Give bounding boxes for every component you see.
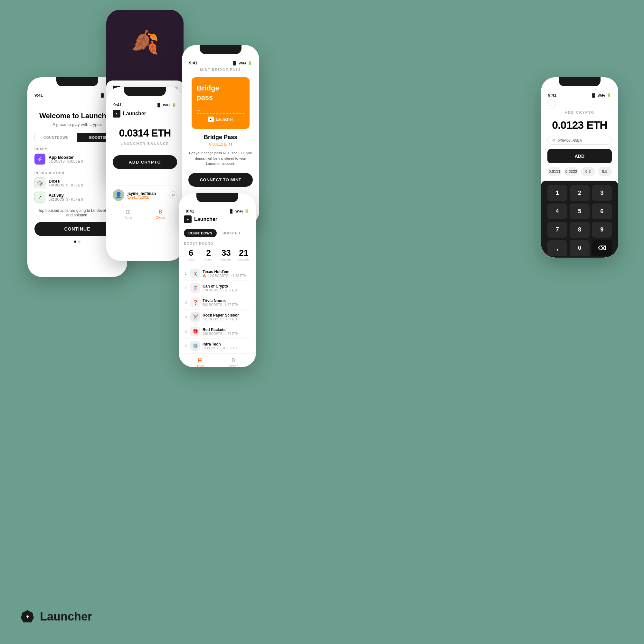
connect-to-mint-button[interactable]: CONNECT TO MINT bbox=[188, 173, 253, 187]
status-bar-6: 9:41 ▐▌WiFi🔋 bbox=[541, 89, 618, 98]
count-seconds: 21 seconds bbox=[237, 249, 251, 261]
phone-notch-3 bbox=[124, 87, 166, 96]
nav-crypto-3[interactable]: ₿ Crypto bbox=[156, 208, 165, 220]
key-6[interactable]: 6 bbox=[592, 204, 612, 219]
key-0[interactable]: 0 bbox=[570, 240, 589, 256]
launcher-name-5: Launcher bbox=[194, 216, 217, 222]
seconds-label: seconds bbox=[237, 258, 251, 261]
brand-logo: ✦ Launcher bbox=[19, 609, 92, 625]
countdown-grid: 6 days 2 hours 33 minutes 21 seconds bbox=[184, 249, 251, 261]
ranked-icon-1: 🃏 bbox=[190, 269, 200, 278]
user-name: jayme_hoffman bbox=[128, 191, 156, 196]
ranked-item-2[interactable]: 2 🥤 Can of Crypto 778 BOOSTS · 8.63 ETH bbox=[184, 281, 251, 295]
key-comma[interactable]: , bbox=[547, 240, 567, 256]
mint-title: MINT BRIDGE PASS bbox=[188, 68, 253, 71]
numpad-row-4: , 0 ⌫ bbox=[547, 240, 612, 256]
nav-crypto-5[interactable]: ₿ Crypto bbox=[229, 357, 238, 367]
add-button[interactable]: ADD bbox=[547, 149, 612, 163]
phone-notch-5 bbox=[196, 193, 238, 202]
ranked-item-5[interactable]: 5 🎁 Red Packets 126 BOOSTS · 1.39 ETH bbox=[184, 324, 251, 339]
count-minutes: 33 minutes bbox=[219, 249, 233, 261]
tab-countdown-5[interactable]: COUNTDOWN bbox=[184, 229, 217, 237]
app-name-booster: App Booster bbox=[49, 155, 85, 160]
phone-notch-4 bbox=[200, 45, 241, 54]
phone-notch bbox=[56, 77, 98, 86]
numpad: 1 2 3 4 5 6 7 8 9 , bbox=[541, 181, 618, 258]
balance-label: LAUNCHER BALANCE bbox=[113, 142, 177, 146]
numpad-row-2: 4 5 6 bbox=[547, 204, 612, 219]
status-icons-6: ▐▌WiFi🔋 bbox=[591, 93, 611, 97]
status-time: 9:41 bbox=[34, 93, 43, 98]
deco-icon: 🍂 bbox=[131, 29, 159, 55]
key-5[interactable]: 5 bbox=[570, 204, 589, 219]
wallet-address-row: ⊞ 0X6A06...65BA bbox=[547, 136, 612, 145]
dot-1 bbox=[74, 241, 76, 243]
status-bar-4: 9:41 ▐▌WiFi🔋 bbox=[182, 57, 259, 65]
ranked-meta-5: 126 BOOSTS · 1.39 ETH bbox=[203, 332, 239, 336]
add-crypto-screen-title: ADD CRYPTO bbox=[541, 110, 618, 114]
balance-amount: 0.0314 ETH bbox=[113, 127, 177, 139]
preset-0222[interactable]: 0.0222 bbox=[564, 167, 578, 176]
ranked-name-1: Texas Hold'em bbox=[203, 270, 246, 274]
bridge-pass-dash: _ bbox=[197, 104, 200, 111]
add-crypto-button[interactable]: ADD CRYPTO bbox=[113, 155, 177, 169]
app-meta-dices: 778 BOOSTS · 8.63 ETH bbox=[49, 184, 85, 187]
key-1[interactable]: 1 bbox=[547, 185, 567, 201]
ranked-item-3[interactable]: 3 ❓ Trivia Nouns 592 BOOSTS · 6.57 ETH bbox=[184, 295, 251, 310]
app-meta-booster: 3 BOOSTS · 0.0333 ETH bbox=[49, 160, 85, 163]
wallet-address-text: 0X6A06...65BA bbox=[558, 138, 582, 142]
preset-row: 0.0111 0.0222 0.2 0.5 bbox=[547, 167, 612, 176]
ranked-item-6[interactable]: 6 ⚙️ Infra Tech 89 BOOSTS · 0.98 ETH bbox=[184, 339, 251, 353]
nav-apps-3[interactable]: ⊞ Apps bbox=[125, 208, 132, 220]
ranked-icon-2: 🥤 bbox=[190, 283, 200, 293]
preset-05[interactable]: 0.5 bbox=[598, 167, 612, 176]
phone-dark-top: 🍂 bbox=[106, 10, 184, 81]
crypto-icon-5: ₿ bbox=[229, 357, 238, 364]
ranked-icon-6: ⚙️ bbox=[190, 341, 200, 351]
status-time-5: 9:41 bbox=[186, 209, 194, 213]
bridge-pass-card: Bridgepass _ ✦ Launcher bbox=[192, 77, 250, 129]
rank-6: 6 bbox=[184, 344, 188, 348]
phone-countdown: 9:41 ▐▌WiFi🔋 ✦ Launcher COUNTDOWN BOOSTE… bbox=[179, 193, 256, 367]
ranked-icon-3: ❓ bbox=[190, 298, 200, 307]
key-7[interactable]: 7 bbox=[547, 222, 567, 238]
launcher-header-3: ✦ Launcher bbox=[113, 110, 177, 118]
status-time-6: 9:41 bbox=[548, 93, 556, 98]
key-2[interactable]: 2 bbox=[570, 185, 589, 201]
days-label: days bbox=[184, 258, 198, 261]
days-number: 6 bbox=[184, 249, 198, 257]
numpad-row-1: 1 2 3 bbox=[547, 185, 612, 201]
back-button[interactable]: ← bbox=[547, 100, 556, 109]
ranked-icon-5: 🎁 bbox=[190, 327, 200, 336]
preset-0011[interactable]: 0.0111 bbox=[547, 167, 562, 176]
countdown-tabs: COUNTDOWN BOOSTED bbox=[184, 229, 251, 237]
nav-apps-5[interactable]: ⊞ Apps bbox=[196, 357, 204, 367]
key-3[interactable]: 3 bbox=[592, 185, 612, 201]
bridge-eth: 0.00111 ETH bbox=[188, 142, 253, 147]
ranked-meta-4: 331 BOOSTS · 3.67 ETH bbox=[203, 317, 239, 321]
app-name-dices: Dices bbox=[49, 179, 85, 184]
key-4[interactable]: 4 bbox=[547, 204, 567, 219]
phone-add-crypto: 9:41 ▐▌WiFi🔋 ← ADD CRYPTO 0.0123 ETH ⊞ 0… bbox=[541, 77, 618, 258]
ranked-meta-3: 592 BOOSTS · 6.57 ETH bbox=[203, 303, 239, 307]
app-meta-activity: 592 BOOSTS · 6.57 ETH bbox=[49, 198, 85, 201]
key-backspace[interactable]: ⌫ bbox=[592, 240, 612, 256]
minutes-number: 33 bbox=[219, 249, 233, 257]
preset-02[interactable]: 0.2 bbox=[581, 167, 595, 176]
settings-icon[interactable]: ⚙ bbox=[169, 191, 177, 199]
ranked-item-4[interactable]: 4 ✂️ Rock Paper Scissor 331 BOOSTS · 3.6… bbox=[184, 310, 251, 324]
tab-countdown[interactable]: COUNTDOWN bbox=[35, 133, 77, 142]
bridge-pass-logo: ✦ Launcher bbox=[197, 117, 244, 122]
svg-text:✦: ✦ bbox=[25, 614, 30, 620]
status-time-4: 9:41 bbox=[189, 61, 197, 65]
ranked-item-1[interactable]: 1 🃏 Texas Hold'em 🔥 1.2K BOOSTS · 13.32 … bbox=[184, 266, 251, 281]
key-8[interactable]: 8 bbox=[570, 222, 589, 238]
ranked-meta-6: 89 BOOSTS · 0.98 ETH bbox=[203, 346, 237, 350]
key-9[interactable]: 9 bbox=[592, 222, 612, 238]
bottom-nav-3: ⊞ Apps ₿ Crypto bbox=[113, 205, 177, 223]
phone-notch-6 bbox=[559, 77, 601, 86]
status-time-3: 9:41 bbox=[113, 102, 122, 107]
bottom-nav-5: ⊞ Apps ₿ Crypto bbox=[184, 353, 251, 367]
tab-boosted-5[interactable]: BOOSTED bbox=[218, 229, 244, 237]
bridge-name: Bridge Pass bbox=[188, 134, 253, 141]
